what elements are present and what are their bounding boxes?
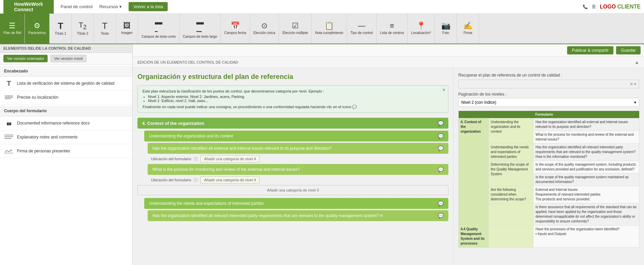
tree-level2-needs[interactable]: Understanding the needs and expectations… — [144, 198, 448, 209]
tab-tipo-control[interactable]: — Tipo de control — [347, 14, 377, 44]
expand-button[interactable]: ▲ — [634, 60, 639, 65]
tab-foto[interactable]: 📷 Foto — [435, 14, 457, 44]
version-movil-btn[interactable]: Ver versión móvil — [50, 55, 86, 62]
titulo2-icon: T2 — [79, 21, 87, 31]
tab-parametros[interactable]: ⚙ Parámetros — [25, 14, 50, 44]
phone-icon: 📞 — [583, 4, 588, 9]
level1-context-cell: 4. Context of the organization — [459, 118, 489, 226]
reference-table: Formulario 4. Context of the organizatio… — [458, 111, 639, 248]
info-box-close[interactable]: ✕ — [442, 88, 445, 92]
toolbar: ☰ Plan de Ref ⚙ Parámetros T Título 1 T2… — [0, 14, 644, 44]
recuperar-input[interactable]: ✕ ▾ — [458, 80, 639, 88]
tree-level3-has-all[interactable]: Has the organization identified all rele… — [148, 210, 448, 221]
tab-campos-largo[interactable]: ▬▬▬ Campos de texto largo — [180, 14, 221, 44]
eleccion-multiple-icon: ☑ — [292, 22, 299, 30]
tab-titulo2[interactable]: T2 Título 2 — [72, 14, 94, 44]
table-header-formulario: Formulario — [533, 111, 639, 118]
level1-44-cell: 4.4 Quality Management System and its pr… — [459, 226, 489, 248]
campos-fecha-icon: 📅 — [231, 22, 240, 30]
campos-corto-label: Campos de texto corto — [142, 35, 176, 39]
tree-level3-has-org[interactable]: Has the organization identified all exte… — [148, 143, 448, 154]
top-nav: HowWeWorkConnect Panel de control Recurs… — [0, 0, 644, 14]
tab-lista-centros[interactable]: ≡ Lista de centros — [377, 14, 408, 44]
field-lista-label: Lista de verificación del sistema de ges… — [17, 81, 114, 86]
tree-level2-understanding[interactable]: Understanding the organization and its c… — [144, 131, 448, 142]
main-layout: ELEMENTOS DEL/DE LA CONTROL DE CALIDAD V… — [0, 44, 644, 265]
chat-icon-3: 💬 — [438, 146, 444, 151]
left-panel-header: ELEMENTOS DEL/DE LA CONTROL DE CALIDAD — [0, 44, 132, 53]
tab-imagen[interactable]: 🖼 Imagen — [116, 14, 138, 44]
level2-understanding-cell: Understanding the organization and its c… — [489, 118, 533, 144]
tab-campos-fecha[interactable]: 📅 Campos fecha — [221, 14, 250, 44]
level2-44-cell — [489, 226, 533, 248]
recursos-link[interactable]: Recursos ▾ — [99, 4, 122, 9]
imagen-label: Imagen — [121, 31, 132, 35]
lista-centros-icon: ≡ — [390, 22, 394, 30]
q2-cell: What is the process for monitoring and r… — [533, 131, 639, 144]
editor-title-bar: EDICIÓN DE UN ELEMENTO DEL CONTROL DE CA… — [133, 57, 644, 68]
eleccion-multiple-label: Elección múltiple — [282, 31, 308, 35]
text-field-icon — [4, 134, 14, 140]
campos-largo-label: Campos de texto largo — [183, 35, 217, 39]
save-button[interactable]: Guardar — [616, 46, 641, 54]
tree-level3-has-all-label: Has the organization identified all rele… — [152, 213, 383, 218]
chat-icon-2: 💬 — [438, 133, 444, 139]
tab-localizacion[interactable]: 📍 Localización* — [408, 14, 435, 44]
plan-title: Organización y estructura del plan de re… — [137, 73, 448, 81]
tab-nota[interactable]: 📋 Nota cumplimiento — [312, 14, 347, 44]
section-encabezado: Encabezado — [0, 66, 132, 77]
logo-text: HowWeWorkConnect — [14, 1, 43, 12]
tree-level3-what-process[interactable]: What is the process for monitoring and r… — [148, 164, 448, 175]
tipo-control-icon: — — [358, 22, 365, 30]
field-precise-label: Precise su localización — [17, 95, 58, 100]
paginacion-select[interactable]: Nivel 2 (con índice) ▾ — [458, 98, 639, 107]
q5-cell: Is the scope of the quality management s… — [533, 173, 639, 186]
q3-cell: Has the organization identified all rele… — [533, 144, 639, 161]
level2-scope-cell: Determining the scope of the Quality Man… — [489, 161, 533, 186]
nav-links: Panel de control Recursos ▾ Volver a la … — [61, 2, 576, 11]
form-loc-row-1: Ubicación del formulario ⓘ Añadir una ca… — [151, 155, 448, 163]
field-precise-localizacion[interactable]: Precise su localización — [0, 90, 132, 104]
editor-title-label: EDICIÓN DE UN ELEMENTO DEL CONTROL DE CA… — [137, 60, 238, 64]
titulo2-label: Título 2 — [77, 32, 88, 36]
info-icon-2: ⓘ — [194, 178, 198, 183]
editor-left: Organización y estructura del plan de re… — [133, 68, 453, 264]
tab-eleccion-unica[interactable]: ⊙ Elección única — [250, 14, 279, 44]
logo: HowWeWorkConnect — [3, 0, 54, 14]
nota-label: Nota cumplimiento — [315, 31, 343, 35]
tree-level1-label: 4. Context of the organization — [142, 121, 204, 126]
editor-inner: Organización y estructura del plan de re… — [133, 68, 644, 264]
title-icon: T — [4, 80, 14, 87]
plan-ref-icon: ☰ — [9, 22, 16, 30]
tab-plan-ref[interactable]: ☰ Plan de Ref — [0, 14, 25, 44]
params-icon: ⚙ — [34, 22, 40, 30]
tab-firma[interactable]: ✍ Firma — [457, 14, 479, 44]
field-documented[interactable]: 📷 Documented informance reference docs — [0, 116, 132, 130]
volver-button[interactable]: Volver a la lista — [129, 2, 168, 11]
tab-eleccion-multiple[interactable]: ☑ Elección múltiple — [279, 14, 312, 44]
lista-centros-label: Lista de centros — [380, 31, 404, 35]
tab-texto[interactable]: T Texto — [94, 14, 116, 44]
foto-field-icon: 📷 — [4, 120, 14, 127]
tree-level1-context[interactable]: 4. Context of the organization 💬 — [137, 118, 448, 129]
hamburger-icon[interactable]: ☰ — [592, 4, 596, 9]
version-ordenador-btn[interactable]: Ver versión ordenador — [3, 55, 48, 62]
nota-icon: 📋 — [325, 22, 334, 30]
recuperar-clear[interactable]: ✕ ▾ — [630, 82, 636, 86]
publish-button[interactable]: Publicar & compartir — [567, 46, 613, 54]
level2-scope2-cell: Are the following considered when determ… — [489, 186, 533, 203]
foto-icon: 📷 — [441, 22, 450, 30]
add-cat-level3-btn[interactable]: Añadir una categoría de nivel 3 — [137, 185, 448, 195]
tab-titulo1[interactable]: T Título 1 — [50, 14, 72, 44]
field-firma[interactable]: Firma de personas presentes — [0, 144, 132, 158]
panel-control-link[interactable]: Panel de control — [61, 4, 93, 9]
form-loc-input-1[interactable]: Añadir una categoría de nivel 4 — [200, 155, 260, 163]
tab-campos-corto[interactable]: ▬▬ Campos de texto corto — [138, 14, 180, 44]
form-loc-label-1: Ubicación del formulario — [151, 157, 191, 161]
editor-area: EDICIÓN DE UN ELEMENTO DEL CONTROL DE CA… — [133, 57, 644, 265]
field-explanatory[interactable]: Explanatory notes and comments — [0, 130, 132, 144]
field-lista-verificacion[interactable]: T Lista de verificación del sistema de g… — [0, 77, 132, 90]
chat-icon-5: 💬 — [438, 201, 444, 206]
form-loc-input-2[interactable]: Añadir una categoría de nivel 4 — [200, 176, 260, 184]
q4-cell: Is the scope of the quality management s… — [533, 161, 639, 173]
